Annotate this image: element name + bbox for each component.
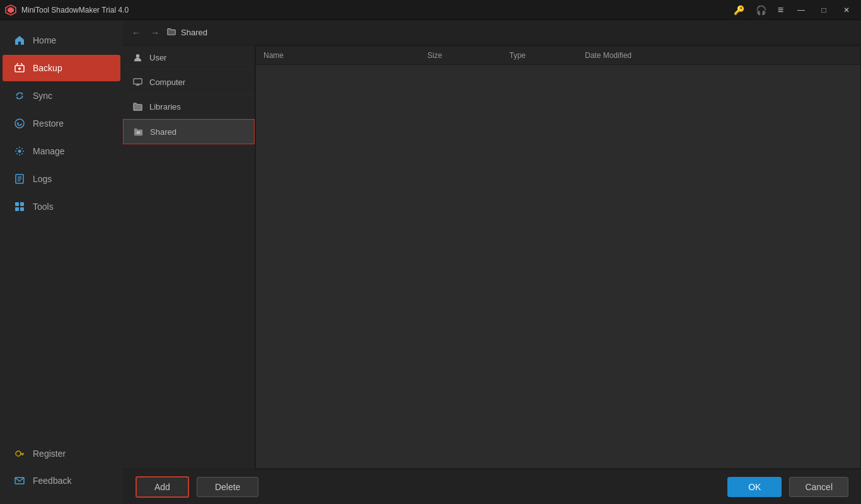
- col-header-size[interactable]: Size: [420, 46, 502, 64]
- svg-rect-13: [20, 207, 24, 211]
- shared-tree-icon: [132, 126, 144, 137]
- sync-icon: [14, 90, 25, 101]
- split-pane: User Computer Libraries: [123, 45, 861, 469]
- col-header-date[interactable]: Date Modified: [577, 46, 860, 64]
- headset-icon[interactable]: 🎧: [752, 4, 770, 16]
- minimize-button[interactable]: —: [792, 3, 811, 17]
- titlebar: MiniTool ShadowMaker Trial 4.0 🔑 🎧 ≡ — □…: [0, 0, 861, 20]
- backup-icon: [14, 62, 25, 74]
- cancel-button[interactable]: Cancel: [789, 477, 848, 497]
- sidebar-bottom: Register Feedback: [0, 440, 123, 504]
- sidebar: Home Backup Sync Restore Manage: [0, 20, 123, 504]
- add-button[interactable]: Add: [136, 476, 189, 498]
- svg-marker-1: [8, 7, 14, 13]
- svg-rect-20: [133, 78, 141, 83]
- col-header-name[interactable]: Name: [256, 46, 420, 64]
- computer-tree-icon: [132, 76, 143, 88]
- manage-icon: [14, 146, 25, 157]
- nav-forward-button[interactable]: →: [148, 26, 162, 40]
- svg-rect-12: [15, 207, 19, 211]
- menu-icon[interactable]: ≡: [774, 3, 788, 17]
- svg-rect-11: [20, 202, 24, 206]
- libraries-tree-icon: [132, 101, 143, 112]
- col-header-type[interactable]: Type: [502, 46, 577, 64]
- logs-icon: [14, 173, 25, 185]
- file-panel: Name Size Type Date Modified: [255, 45, 861, 469]
- delete-button[interactable]: Delete: [197, 477, 258, 497]
- breadcrumb-bar: ← → Shared: [123, 20, 861, 45]
- sidebar-backup-label: Backup: [33, 63, 62, 73]
- sidebar-item-logs[interactable]: Logs: [3, 166, 120, 192]
- svg-point-19: [136, 54, 139, 57]
- home-icon: [14, 35, 25, 46]
- sidebar-item-backup[interactable]: Backup: [3, 55, 120, 81]
- user-tree-icon: [132, 52, 143, 63]
- sidebar-manage-label: Manage: [33, 146, 65, 156]
- sidebar-item-feedback[interactable]: Feedback: [3, 467, 120, 494]
- svg-point-14: [16, 451, 21, 456]
- breadcrumb-text: Shared: [181, 28, 207, 37]
- main-layout: Home Backup Sync Restore Manage: [0, 20, 861, 504]
- sidebar-item-tools[interactable]: Tools: [3, 193, 120, 220]
- content-area: ← → Shared User C: [123, 20, 861, 504]
- sidebar-restore-label: Restore: [33, 118, 64, 129]
- titlebar-actions: 🔑 🎧 ≡ — □ ✕: [730, 3, 856, 17]
- tree-libraries-label: Libraries: [149, 102, 181, 112]
- sidebar-feedback-label: Feedback: [33, 476, 71, 486]
- sidebar-register-label: Register: [33, 449, 66, 459]
- tree-item-user[interactable]: User: [123, 45, 255, 70]
- sidebar-tools-label: Tools: [33, 202, 54, 212]
- app-title: MiniTool ShadowMaker Trial 4.0: [21, 6, 730, 14]
- tree-panel: User Computer Libraries: [123, 45, 255, 469]
- breadcrumb-folder-icon: [167, 27, 176, 38]
- file-body: [256, 65, 860, 468]
- nav-back-button[interactable]: ←: [129, 26, 143, 40]
- tools-icon: [14, 201, 25, 212]
- tree-shared-label: Shared: [150, 127, 176, 137]
- file-header: Name Size Type Date Modified: [256, 46, 860, 65]
- svg-point-3: [18, 67, 21, 70]
- tree-item-computer[interactable]: Computer: [123, 70, 255, 94]
- mail-icon: [14, 475, 25, 486]
- key-sidebar-icon: [14, 448, 25, 459]
- tree-item-libraries[interactable]: Libraries: [123, 94, 255, 119]
- sidebar-home-label: Home: [33, 35, 56, 45]
- svg-rect-23: [136, 131, 140, 134]
- sidebar-item-restore[interactable]: Restore: [3, 110, 120, 137]
- sidebar-item-home[interactable]: Home: [3, 27, 120, 54]
- ok-button[interactable]: OK: [727, 477, 782, 497]
- maximize-button[interactable]: □: [814, 3, 833, 17]
- app-logo-icon: [5, 4, 16, 16]
- tree-user-label: User: [149, 53, 166, 62]
- sidebar-sync-label: Sync: [33, 91, 52, 101]
- sidebar-item-register[interactable]: Register: [3, 440, 120, 467]
- svg-rect-10: [15, 202, 19, 206]
- svg-point-4: [15, 119, 24, 128]
- close-button[interactable]: ✕: [837, 3, 856, 17]
- restore-icon: [14, 118, 25, 129]
- tree-item-shared[interactable]: Shared: [123, 119, 255, 144]
- bottom-bar: Add Delete OK Cancel: [123, 469, 861, 504]
- sidebar-item-manage[interactable]: Manage: [3, 138, 120, 164]
- sidebar-item-sync[interactable]: Sync: [3, 83, 120, 109]
- tree-computer-label: Computer: [149, 77, 185, 87]
- key-icon[interactable]: 🔑: [730, 4, 748, 16]
- sidebar-logs-label: Logs: [33, 174, 52, 184]
- svg-point-5: [18, 150, 21, 153]
